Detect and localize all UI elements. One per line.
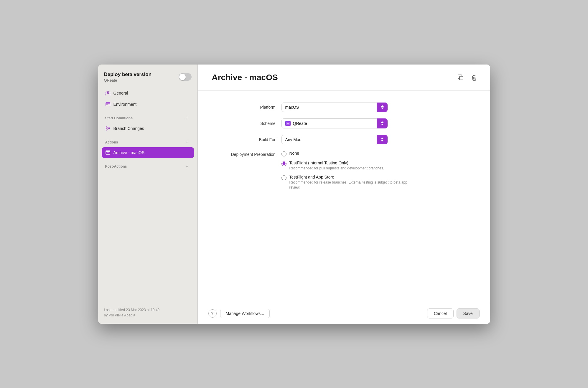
- scheme-select-arrow: [377, 118, 388, 128]
- delete-button[interactable]: [469, 72, 480, 83]
- header-actions: [455, 72, 480, 83]
- svg-rect-2: [106, 104, 108, 105]
- section-post-actions: Post-Actions +: [102, 158, 194, 171]
- scheme-row: Scheme:: [212, 118, 476, 128]
- card-icon: [105, 102, 111, 107]
- radio-testflight-appstore-desc: Recommended for release branches. Extern…: [289, 180, 419, 190]
- svg-text:Q: Q: [287, 122, 289, 125]
- footer-right: Cancel Save: [427, 308, 480, 318]
- workflow-info: Deploy beta version QReate: [104, 72, 152, 82]
- manage-workflows-button[interactable]: Manage Workflows...: [220, 309, 270, 318]
- radio-testflight-internal-label: TestFlight (Internal Testing Only): [289, 161, 384, 165]
- branch-icon: [105, 126, 111, 131]
- section-actions-label: Actions: [105, 140, 118, 144]
- radio-testflight-internal-content: TestFlight (Internal Testing Only) Recom…: [289, 161, 384, 171]
- section-post-actions-label: Post-Actions: [105, 164, 127, 169]
- scheme-field: Q QReate: [281, 118, 377, 128]
- section-start-conditions-label: Start Conditions: [105, 116, 133, 120]
- build-for-row: Build For: Any Mac: [212, 135, 476, 144]
- radio-none-label: None: [289, 151, 299, 156]
- cancel-button[interactable]: Cancel: [427, 308, 454, 318]
- main-footer: ? Manage Workflows... Cancel Save: [198, 303, 490, 324]
- workflow-title: Deploy beta version: [104, 72, 152, 77]
- svg-rect-8: [106, 151, 110, 152]
- scheme-label: Scheme:: [212, 121, 277, 126]
- add-action-button[interactable]: +: [184, 139, 190, 146]
- sidebar-item-archive-macos[interactable]: Archive - macOS: [102, 147, 194, 158]
- sidebar-item-branch-changes-label: Branch Changes: [113, 126, 144, 131]
- sidebar-item-branch-changes[interactable]: Branch Changes: [102, 123, 194, 134]
- help-button[interactable]: ?: [208, 309, 217, 318]
- duplicate-button[interactable]: [455, 72, 466, 83]
- last-modified-line1: Last modified 23 Mar 2023 at 19:49: [104, 307, 192, 313]
- svg-point-3: [106, 127, 107, 128]
- workflow-subtitle: QReate: [104, 78, 152, 82]
- sidebar-item-archive-macos-label: Archive - macOS: [113, 150, 145, 155]
- radio-none-content: None: [289, 151, 299, 156]
- footer-left: ? Manage Workflows...: [208, 309, 270, 318]
- radio-testflight-appstore-label: TestFlight and App Store: [289, 175, 419, 179]
- platform-control: macOS: [281, 103, 388, 112]
- sidebar-item-environment-label: Environment: [113, 102, 137, 107]
- scheme-control: Q QReate: [281, 118, 388, 128]
- deployment-label: Deployment Preparation:: [212, 151, 277, 157]
- main-content: Archive - macOS: [198, 65, 490, 324]
- svg-rect-10: [459, 76, 463, 80]
- scheme-value: QReate: [293, 121, 307, 126]
- sidebar-item-environment[interactable]: Environment: [102, 99, 194, 110]
- add-start-condition-button[interactable]: +: [184, 115, 190, 121]
- deployment-radio-group: None TestFlight (Internal Testing Only) …: [281, 151, 419, 190]
- main-header: Archive - macOS: [198, 65, 490, 91]
- section-actions: Actions +: [102, 134, 194, 147]
- app-window: Deploy beta version QReate General: [98, 65, 490, 324]
- platform-label: Platform:: [212, 105, 277, 110]
- add-post-action-button[interactable]: +: [184, 163, 190, 170]
- radio-item-testflight-appstore[interactable]: TestFlight and App Store Recommended for…: [281, 175, 419, 190]
- radio-testflight-internal-desc: Recommended for pull requests and develo…: [289, 166, 384, 171]
- sidebar-nav: General Environment Start Condi: [98, 88, 197, 303]
- deployment-row: Deployment Preparation: None: [212, 151, 476, 190]
- workflow-toggle[interactable]: [179, 73, 192, 81]
- radio-none[interactable]: [281, 151, 286, 156]
- form-area: Platform: macOS Scheme:: [198, 91, 490, 303]
- scheme-app-icon: Q: [285, 121, 291, 126]
- section-start-conditions: Start Conditions +: [102, 110, 194, 123]
- sidebar-item-general-label: General: [113, 91, 128, 95]
- gear-icon: [105, 90, 111, 96]
- last-modified-line2: by Pol Piella Abadia: [104, 313, 192, 318]
- save-button[interactable]: Save: [457, 308, 480, 318]
- platform-row: Platform: macOS: [212, 103, 476, 112]
- radio-testflight-appstore[interactable]: [281, 175, 286, 180]
- page-title: Archive - macOS: [212, 73, 278, 82]
- radio-testflight-internal[interactable]: [281, 161, 286, 166]
- scheme-arrow-down: [381, 124, 384, 125]
- sidebar: Deploy beta version QReate General: [98, 65, 198, 324]
- platform-select[interactable]: macOS: [281, 103, 388, 112]
- radio-item-none[interactable]: None: [281, 151, 419, 156]
- radio-item-testflight-internal[interactable]: TestFlight (Internal Testing Only) Recom…: [281, 161, 419, 171]
- svg-rect-0: [106, 103, 110, 106]
- scheme-arrow-up: [381, 121, 384, 123]
- sidebar-footer: Last modified 23 Mar 2023 at 19:49 by Po…: [98, 303, 197, 324]
- build-for-control: Any Mac: [281, 135, 388, 144]
- archive-icon: [105, 150, 111, 155]
- radio-testflight-appstore-content: TestFlight and App Store Recommended for…: [289, 175, 419, 190]
- sidebar-item-general[interactable]: General: [102, 88, 194, 98]
- sidebar-header: Deploy beta version QReate: [98, 65, 197, 88]
- svg-point-4: [106, 129, 107, 130]
- build-for-label: Build For:: [212, 137, 277, 142]
- build-for-select[interactable]: Any Mac: [281, 135, 388, 144]
